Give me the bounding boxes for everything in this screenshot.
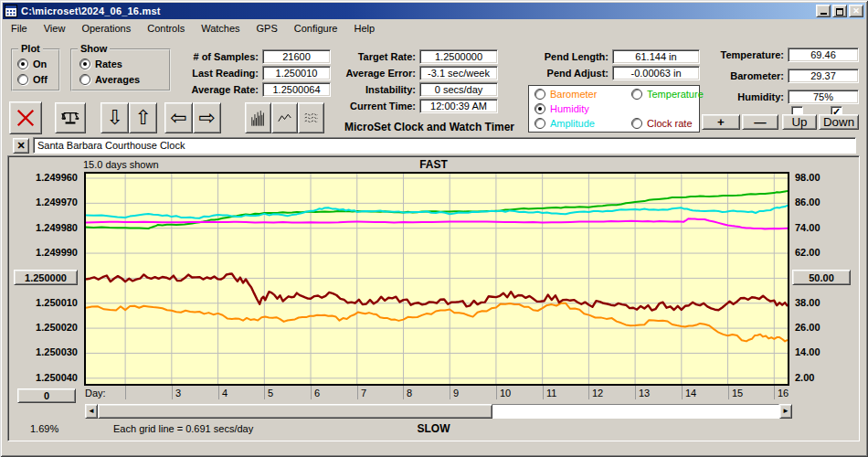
right-axis-tick-label: 62.00 <box>795 247 853 258</box>
minimize-button[interactable] <box>816 5 831 17</box>
hollow-up-arrow-icon: ⇧ <box>134 109 151 127</box>
up-button[interactable]: Up <box>782 114 817 130</box>
current-time-value: 12:00:39 AM <box>419 99 498 113</box>
day-axis-label: Day: <box>85 388 106 399</box>
radio-icon <box>631 89 642 100</box>
shift-down-button[interactable]: ⇩ <box>101 102 129 133</box>
radio-series-barometer[interactable]: Barometer <box>535 89 597 100</box>
radio-label: Barometer <box>550 89 597 100</box>
plot-area[interactable] <box>84 172 789 386</box>
radio-plot-on[interactable]: On <box>17 58 47 69</box>
wavy-lines-icon <box>304 111 318 125</box>
right-axis-tick-label: 26.00 <box>795 322 853 333</box>
day-tick-label: 16 <box>778 388 789 399</box>
app-icon <box>5 5 17 17</box>
histogram-view-button[interactable] <box>245 102 271 133</box>
plot-group-title: Plot <box>18 43 43 54</box>
menu-item-help[interactable]: Help <box>346 21 384 36</box>
radio-plot-off[interactable]: Off <box>17 74 48 85</box>
delete-button[interactable] <box>9 101 42 134</box>
menu-item-gps[interactable]: GPS <box>249 21 286 36</box>
radio-label: Amplitude <box>550 118 595 129</box>
target-rate-value: 1.2500000 <box>419 49 498 64</box>
close-button[interactable]: ✕ <box>849 5 863 17</box>
line-view-button[interactable] <box>271 102 298 133</box>
radio-series-amplitude[interactable]: Amplitude <box>535 118 595 129</box>
samples-value: 21600 <box>262 49 331 64</box>
radio-show-averages[interactable]: Averages <box>79 74 140 85</box>
day-tick-mark <box>357 386 358 399</box>
radio-label: Averages <box>95 74 140 85</box>
shift-right-button[interactable]: ⇨ <box>193 102 221 133</box>
balance-button[interactable] <box>55 102 86 133</box>
average-error-label: Average Error: <box>322 68 416 79</box>
clock-name-input[interactable] <box>33 137 856 154</box>
left-axis-tick-label: 1.249990 <box>12 247 78 258</box>
radio-label: Humidity <box>550 103 589 114</box>
menu-item-controls[interactable]: Controls <box>139 21 193 36</box>
last-reading-value: 1.250010 <box>262 66 331 80</box>
menu-item-operations[interactable]: Operations <box>73 21 139 36</box>
scroll-left-button[interactable]: ◄ <box>85 404 98 419</box>
menu-item-file[interactable]: File <box>3 21 36 36</box>
scroll-right-button[interactable]: ► <box>779 404 792 419</box>
day-tick-mark <box>588 386 589 399</box>
radio-series-clock-rate[interactable]: Clock rate <box>631 118 693 129</box>
radio-series-humidity[interactable]: Humidity <box>535 103 589 114</box>
left-axis-reference-button[interactable]: 1.250000 <box>14 270 78 285</box>
right-axis-tick-label: 74.00 <box>795 222 853 233</box>
radio-icon <box>17 58 28 69</box>
app-name: MicroSet Clock and Watch Timer <box>340 121 519 133</box>
day-tick-label: 13 <box>639 388 650 399</box>
maximize-button[interactable] <box>832 5 847 17</box>
day-tick-label: 15 <box>732 388 743 399</box>
pend-length-value: 61.144 in <box>612 49 700 64</box>
instability-label: Instability: <box>322 84 416 95</box>
minus-button[interactable]: — <box>742 114 778 130</box>
day-tick-label: 14 <box>685 388 696 399</box>
series-clock-rate <box>86 274 788 311</box>
shift-left-button[interactable]: ⇦ <box>164 102 193 133</box>
balance-scale-icon <box>61 109 79 127</box>
day-tick-label: 4 <box>222 388 228 399</box>
day-tick-label: 9 <box>453 388 459 399</box>
day-tick-mark <box>403 386 404 399</box>
plus-button[interactable]: + <box>702 114 740 130</box>
day-tick-label: 11 <box>546 388 556 399</box>
right-triangle-icon: ► <box>782 405 789 418</box>
shift-up-button[interactable]: ⇧ <box>129 102 157 133</box>
fast-label: FAST <box>8 158 859 171</box>
radio-icon <box>535 89 545 100</box>
down-button[interactable]: Down <box>819 114 859 130</box>
right-axis-reference-button[interactable]: 50.00 <box>792 270 851 285</box>
clear-name-button[interactable]: ✕ <box>13 138 29 154</box>
temperature-label: Temperature: <box>693 49 784 60</box>
zero-button[interactable]: 0 <box>17 388 76 403</box>
menu-item-watches[interactable]: Watches <box>193 21 248 36</box>
hollow-left-arrow-icon: ⇦ <box>170 109 186 127</box>
day-tick-mark <box>635 386 636 399</box>
temperature-value: 69.46 <box>788 48 859 62</box>
series-legend: BarometerTemperatureHumidityAmplitudeClo… <box>528 85 700 133</box>
radio-show-rates[interactable]: Rates <box>79 58 122 69</box>
chart-panel: 15.0 days shown FAST 1.2499601.2499701.2… <box>7 155 860 441</box>
radio-icon <box>17 74 28 85</box>
day-tick-mark <box>543 386 544 399</box>
samples-label: # of Samples: <box>167 51 259 62</box>
menu-item-view[interactable]: View <box>36 21 74 36</box>
average-rate-label: Average Rate: <box>167 84 259 95</box>
menu-item-configure[interactable]: Configure <box>286 21 346 36</box>
day-tick-label: 5 <box>268 388 273 399</box>
radio-series-temperature[interactable]: Temperature <box>631 89 704 100</box>
left-axis-tick-label: 1.250020 <box>12 322 78 333</box>
red-x-icon <box>16 107 36 129</box>
radio-label: Temperature <box>647 89 704 100</box>
day-tick-mark <box>496 386 497 399</box>
multi-line-view-button[interactable] <box>298 102 324 133</box>
hollow-right-arrow-icon: ⇨ <box>198 109 215 127</box>
scrollbar-thumb[interactable] <box>98 404 492 419</box>
day-tick-label: 7 <box>361 388 366 399</box>
day-tick-label: 6 <box>314 388 320 399</box>
pend-adjust-label: Pend Adjust: <box>517 68 609 79</box>
horizontal-scrollbar[interactable]: ◄ ► <box>85 404 792 419</box>
